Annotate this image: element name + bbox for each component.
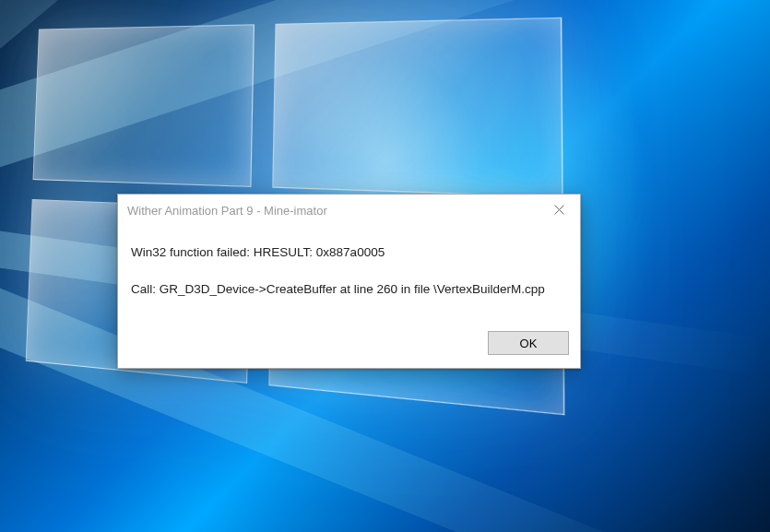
close-icon xyxy=(554,204,564,218)
close-button[interactable] xyxy=(538,195,580,226)
dialog-content: Win32 function failed: HRESULT: 0x887a00… xyxy=(118,226,580,313)
ok-button[interactable]: OK xyxy=(488,331,569,355)
dialog-button-bar: OK xyxy=(118,313,580,368)
dialog-titlebar[interactable]: Wither Animation Part 9 - Mine-imator xyxy=(118,195,580,226)
error-message-line1: Win32 function failed: HRESULT: 0x887a00… xyxy=(131,244,567,261)
error-message-line2: Call: GR_D3D_Device->CreateBuffer at lin… xyxy=(131,281,567,298)
error-dialog: Wither Animation Part 9 - Mine-imator Wi… xyxy=(117,194,581,369)
dialog-title: Wither Animation Part 9 - Mine-imator xyxy=(127,204,538,218)
